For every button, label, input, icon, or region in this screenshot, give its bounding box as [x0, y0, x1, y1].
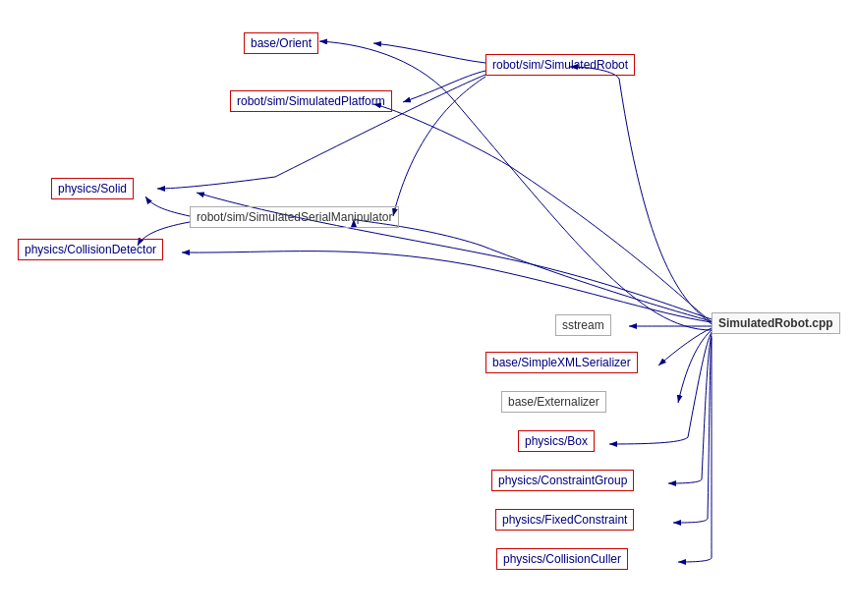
- node-base-orient[interactable]: base/Orient: [244, 32, 318, 54]
- node-physics-box[interactable]: physics/Box: [518, 430, 595, 452]
- node-physics-collision-culler[interactable]: physics/CollisionCuller: [496, 548, 628, 570]
- dependency-arrows: [0, 0, 855, 616]
- node-physics-collision-detector[interactable]: physics/CollisionDetector: [18, 239, 163, 260]
- node-sstream[interactable]: sstream: [555, 314, 611, 336]
- node-robot-sim-robot[interactable]: robot/sim/SimulatedRobot: [485, 54, 635, 76]
- node-robot-sim-manipulator[interactable]: robot/sim/SimulatedSerialManipulator: [190, 206, 399, 228]
- node-simulated-robot-cpp[interactable]: SimulatedRobot.cpp: [712, 312, 840, 334]
- node-physics-constraint-group[interactable]: physics/ConstraintGroup: [491, 470, 634, 491]
- node-physics-fixed-constraint[interactable]: physics/FixedConstraint: [495, 509, 634, 531]
- node-base-simple-xml[interactable]: base/SimpleXMLSerializer: [485, 352, 638, 373]
- node-robot-sim-platform[interactable]: robot/sim/SimulatedPlatform: [230, 90, 392, 112]
- graph-container: base/Orient robot/sim/SimulatedRobot rob…: [0, 0, 855, 616]
- node-physics-solid[interactable]: physics/Solid: [51, 178, 134, 199]
- node-base-externalizer[interactable]: base/Externalizer: [501, 391, 606, 413]
